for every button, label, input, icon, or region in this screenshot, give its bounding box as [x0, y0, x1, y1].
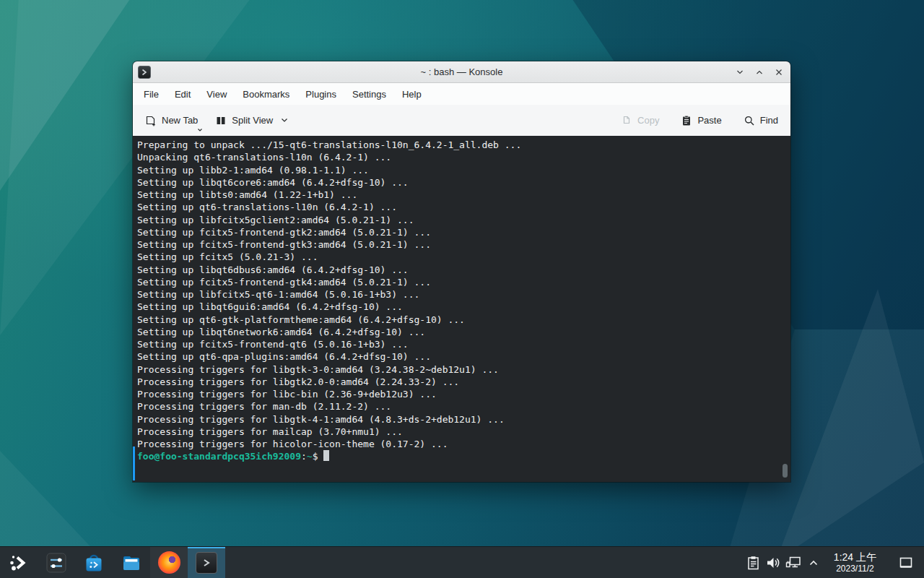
window-titlebar[interactable]: ~ : bash — Konsole [133, 61, 790, 83]
discover-button[interactable] [75, 547, 113, 578]
split-view-icon [215, 115, 227, 126]
expand-tray-arrow-icon [807, 556, 820, 569]
terminal-output-line: Processing triggers for mailcap (3.70+nm… [137, 426, 785, 438]
split-view-label: Split View [232, 115, 273, 126]
terminal-output-line: Setting up qt6-translations-l10n (6.4.2-… [137, 201, 785, 213]
volume-icon [764, 554, 782, 571]
terminal-output-line: Setting up libts0:amd64 (1.22-1+b1) ... [137, 189, 785, 201]
expand-tray-button[interactable] [803, 551, 824, 575]
konsole-window: ~ : bash — Konsole FileEditViewBookmarks… [133, 61, 790, 482]
taskbar-task-konsole[interactable] [188, 547, 225, 578]
menu-item[interactable]: Bookmarks [235, 85, 297, 104]
terminal-output-line: Processing triggers for hicolor-icon-the… [137, 438, 785, 450]
menu-bar: FileEditViewBookmarksPluginsSettingsHelp [133, 83, 790, 105]
close-button[interactable] [772, 66, 785, 79]
terminal-output-line: Setting up libfcitx5-qt6-1:amd64 (5.0.16… [137, 288, 785, 301]
app-launcher-icon [8, 552, 30, 574]
new-tab-label: New Tab [162, 115, 198, 126]
copy-label: Copy [637, 115, 659, 126]
new-tab-icon [145, 115, 157, 126]
prompt-user-host: foo@foo-standardpcq35ich92009 [137, 451, 301, 462]
menu-item[interactable]: Settings [344, 85, 394, 104]
terminal-output-line: Processing triggers for libgtk-4-1:amd64… [137, 413, 785, 426]
clock-date: 2023/11/2 [834, 564, 876, 574]
find-icon [744, 115, 755, 126]
prompt-separator: : [301, 451, 307, 462]
terminal-output-line: Setting up libqt6dbus6:amd64 (6.4.2+dfsg… [137, 264, 785, 276]
maximize-button[interactable] [753, 66, 766, 79]
window-title: ~ : bash — Konsole [133, 66, 790, 77]
minimize-button[interactable] [733, 66, 746, 79]
terminal-output-line: Processing triggers for man-db (2.11.2-2… [137, 400, 785, 413]
terminal-output-line: Setting up fcitx5-frontend-gtk3:amd64 (5… [137, 238, 785, 251]
show-desktop-button[interactable] [894, 551, 918, 575]
split-view-button[interactable]: Split View [209, 110, 294, 131]
terminal-output-line: Setting up fcitx5-frontend-qt6 (5.0.16-1… [137, 338, 785, 350]
taskbar-task-firefox[interactable] [150, 547, 188, 578]
split-view-menu-arrow-icon [281, 118, 288, 123]
clock-time: 1:24 上午 [834, 551, 876, 564]
terminal-output-line: Processing triggers for libgtk-3-0:amd64… [137, 363, 785, 376]
volume-tray-button[interactable] [763, 551, 783, 575]
show-desktop-icon [898, 555, 914, 571]
new-output-indicator [133, 447, 135, 480]
copy-button[interactable]: Copy [615, 110, 665, 131]
terminal-output-line: Unpacking qt6-translations-l10n (6.4.2-1… [137, 151, 785, 163]
clipboard-icon [745, 555, 761, 571]
terminal-output: Preparing to unpack .../15-qt6-translati… [137, 139, 785, 450]
terminal-output-line: Processing triggers for libc-bin (2.36-9… [137, 388, 785, 400]
system-settings-icon [45, 552, 67, 574]
terminal-output-line: Setting up fcitx5 (5.0.21-3) ... [137, 251, 785, 263]
network-tray-button[interactable] [783, 551, 803, 575]
dolphin-icon [121, 552, 142, 574]
prompt-symbol: $ [313, 451, 318, 462]
toolbar: New Tab Split View Copy [133, 105, 790, 136]
terminal-output-line: Setting up libb2-1:amd64 (0.98.1-1.1) ..… [137, 164, 785, 176]
terminal-output-line: Setting up libqt6core6:amd64 (6.4.2+dfsg… [137, 176, 785, 189]
terminal-output-line: Setting up fcitx5-frontend-gtk2:amd64 (5… [137, 226, 785, 238]
terminal-output-line: Preparing to unpack .../15-qt6-translati… [137, 139, 785, 151]
terminal-output-line: Setting up fcitx5-frontend-gtk4:amd64 (5… [137, 276, 785, 288]
menu-item[interactable]: Plugins [297, 85, 344, 104]
digital-clock[interactable]: 1:24 上午 2023/11/2 [827, 551, 884, 574]
dolphin-button[interactable] [113, 547, 150, 578]
taskbar-panel: 1:24 上午 2023/11/2 [0, 546, 924, 578]
new-tab-button[interactable]: New Tab [139, 110, 204, 131]
new-tab-menu-arrow-icon [197, 128, 203, 132]
paste-label: Paste [697, 115, 721, 126]
terminal-view[interactable]: Preparing to unpack .../15-qt6-translati… [133, 136, 790, 482]
paste-icon [681, 115, 692, 126]
find-label: Find [760, 115, 778, 126]
menu-item[interactable]: Edit [167, 85, 199, 104]
network-icon [784, 553, 803, 572]
konsole-icon [138, 66, 151, 79]
prompt-cwd: ~ [307, 451, 313, 462]
terminal-output-line: Setting up qt6-qpa-plugins:amd64 (6.4.2+… [137, 350, 785, 363]
discover-icon [83, 552, 105, 574]
menu-item[interactable]: File [136, 85, 167, 104]
shell-prompt: foo@foo-standardpcq35ich92009:~$ [137, 450, 785, 462]
system-settings-button[interactable] [38, 547, 75, 578]
find-button[interactable]: Find [738, 110, 784, 131]
terminal-output-line: Setting up qt6-gtk-platformtheme:amd64 (… [137, 314, 785, 326]
terminal-output-line: Processing triggers for libgtk2.0-0:amd6… [137, 376, 785, 388]
menu-item[interactable]: Help [394, 85, 430, 104]
clipboard-tray-button[interactable] [743, 551, 763, 575]
copy-icon [621, 115, 632, 126]
terminal-output-line: Setting up libqt6gui6:amd64 (6.4.2+dfsg-… [137, 301, 785, 313]
firefox-icon [158, 551, 180, 574]
terminal-cursor [323, 450, 329, 461]
terminal-scrollbar[interactable] [783, 464, 788, 478]
konsole-icon [196, 552, 217, 574]
system-tray: 1:24 上午 2023/11/2 [743, 547, 924, 578]
menu-item[interactable]: View [199, 85, 235, 104]
app-launcher-button[interactable] [0, 547, 38, 578]
paste-button[interactable]: Paste [675, 110, 727, 131]
terminal-output-line: Setting up libqt6network6:amd64 (6.4.2+d… [137, 326, 785, 338]
terminal-output-line: Setting up libfcitx5gclient2:amd64 (5.0.… [137, 214, 785, 226]
